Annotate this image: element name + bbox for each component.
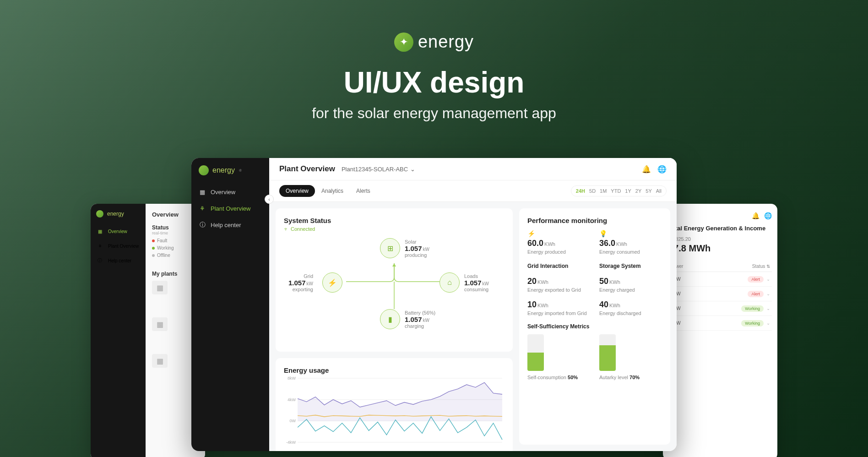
node-value: 1.057 (405, 316, 422, 323)
metric-value: 10 (527, 300, 537, 309)
solar-panel-icon: ⊞ (380, 238, 400, 258)
self-sufficiency-title: Self-Sufficiency Metrics (527, 323, 662, 330)
table-row: 5 kWWorking⌄ (668, 316, 772, 331)
range-1y[interactable]: 1Y (625, 188, 631, 194)
tab-overview[interactable]: Overview (279, 185, 315, 197)
sort-icon[interactable]: ⇅ (766, 264, 770, 269)
battery-icon: ▮ (380, 309, 400, 329)
node-value: 1.057 (464, 279, 482, 287)
table-row: 5 kWAlert⌄ (668, 272, 772, 287)
range-24h[interactable]: 24H (576, 188, 585, 194)
energy-usage-chart: 8kW4kW0W-4kW (284, 376, 505, 445)
node-grid: ⚡ Grid 1.057kW exporting (288, 272, 342, 293)
bar-fill (599, 345, 616, 371)
status-label: Offline (157, 253, 170, 258)
sidebar-item-plant[interactable]: ⚘Plant Overview (191, 200, 269, 217)
grid-interaction-title: Grid Interaction (527, 263, 590, 269)
plant-name: Plant12345-SOLAR-ABC (342, 166, 408, 173)
plant-tile[interactable]: ▦ (152, 354, 168, 368)
globe-icon[interactable]: 🌐 (764, 212, 772, 219)
metric-label: Energy charged (599, 287, 662, 293)
energy-logo-icon (199, 165, 209, 175)
sidebar-item-overview[interactable]: ▦Overview (91, 224, 146, 239)
metric-energy-consumed: 💡 36.0KWh Energy consumed (599, 230, 662, 255)
range-2y[interactable]: 2Y (635, 188, 641, 194)
svg-text:-4kW: -4kW (286, 440, 296, 445)
chevron-down-icon[interactable]: ⌄ (766, 306, 770, 311)
storage-system-title: Storage System (599, 263, 662, 269)
plant-tile[interactable]: ▦ (152, 317, 168, 331)
metric-value: 60.0 (527, 239, 543, 248)
range-5y[interactable]: 5Y (646, 188, 651, 194)
node-name: Loads (464, 273, 489, 279)
node-sub: consuming (464, 287, 489, 292)
metric-value: 36.0 (599, 239, 615, 248)
main-dashboard: energy ® ▦Overview ⚘Plant Overview ⓘHelp… (191, 158, 677, 451)
metric-unit: KWh (537, 303, 548, 308)
node-battery: ▮ Battery (56%) 1.057kW charging (380, 309, 435, 329)
metric-label: Energy discharged (599, 310, 662, 316)
node-solar: ⊞ Solar 1.057kW producing (380, 238, 429, 258)
grid-icon: ▦ (199, 188, 206, 196)
metric-unit: KWh (616, 241, 627, 247)
energy-logo-icon (96, 210, 103, 218)
grid-tower-icon: ⚡ (322, 272, 342, 293)
node-name: Solar (405, 239, 429, 245)
hero-subtitle: for the solar energy management app (0, 105, 868, 122)
sidebar-label: Help center (108, 258, 131, 263)
node-sub: producing (405, 252, 429, 258)
range-ytd[interactable]: YTD (611, 188, 621, 194)
performance-panel: Performance monitoring ⚡ 60.0KWh Energy … (519, 208, 670, 445)
bar-fill (527, 353, 544, 371)
help-icon: ⓘ (199, 221, 206, 228)
bell-icon[interactable]: 🔔 (752, 212, 760, 219)
house-icon: ⌂ (439, 272, 460, 293)
controls-bar: Overview Analytics Alerts 24H 5D 1M YTD … (269, 180, 677, 202)
sidebar-item-help[interactable]: ⓘHelp center (191, 217, 269, 233)
hero: ✦ energy UI/UX design for the solar ener… (0, 0, 868, 122)
metric-unit: KWh (609, 279, 620, 285)
metric-label: Energy consumed (599, 249, 662, 255)
node-unit: kW (307, 281, 313, 286)
status-badge: Working (741, 305, 764, 312)
node-name: Grid (288, 273, 313, 279)
energy-flow-diagram: ⊞ Solar 1.057kW producing ⚡ Grid 1. (284, 238, 505, 343)
chevron-down-icon[interactable]: ⌄ (766, 277, 770, 282)
sidebar-label: Plant Overview (108, 244, 139, 249)
system-status-panel: System Status ᯤConnected ⊞ Solar (276, 208, 513, 352)
chevron-down-icon[interactable]: ⌄ (766, 291, 770, 296)
dot-green-icon (152, 247, 155, 250)
metric-exported: 20KWh Energy exported to Grid (527, 277, 590, 293)
energy-logo-icon: ✦ (394, 33, 413, 52)
metric-label: Energy produced (527, 249, 590, 255)
chevron-down-icon[interactable]: ⌄ (766, 321, 770, 326)
total-generation: 57.8 MWh (668, 243, 772, 254)
plant-icon: ⚘ (96, 242, 103, 250)
tab-alerts[interactable]: Alerts (350, 185, 377, 197)
plant-selector[interactable]: Plant12345-SOLAR-ABC⌄ (342, 166, 415, 173)
metric-energy-produced: ⚡ 60.0KWh Energy produced (527, 230, 590, 255)
sidebar-item-help[interactable]: ⓘHelp center (91, 253, 146, 268)
range-all[interactable]: All (656, 188, 662, 194)
bulb-icon: 💡 (599, 230, 662, 237)
sidebar-item-plant[interactable]: ⚘Plant Overview (91, 239, 146, 253)
metric-unit: KWh (544, 241, 555, 247)
tab-analytics[interactable]: Analytics (315, 185, 350, 197)
metric-value: 40 (599, 300, 608, 309)
sidebar-item-overview[interactable]: ▦Overview (191, 184, 269, 200)
time-range-selector: 24H 5D 1M YTD 1Y 2Y 5Y All (571, 185, 667, 196)
metric-label: Energy imported from Grid (527, 310, 590, 316)
collapse-sidebar-button[interactable]: ‹ (265, 195, 274, 204)
table-row: 5 kWAlert⌄ (668, 287, 772, 301)
node-loads: ⌂ Loads 1.057kW consuming (439, 272, 489, 293)
range-5d[interactable]: 5D (589, 188, 596, 194)
grid-icon: ▦ (96, 228, 103, 235)
status-label: Working (157, 245, 174, 250)
bar-label: Self-consumption (527, 375, 566, 380)
bell-icon[interactable]: 🔔 (642, 165, 651, 174)
metric-charged: 50KWh Energy charged (599, 277, 662, 293)
plant-tile[interactable]: ▦ (152, 281, 168, 294)
globe-icon[interactable]: 🌐 (657, 165, 667, 174)
range-1m[interactable]: 1M (600, 188, 607, 194)
performance-title: Performance monitoring (527, 217, 662, 224)
